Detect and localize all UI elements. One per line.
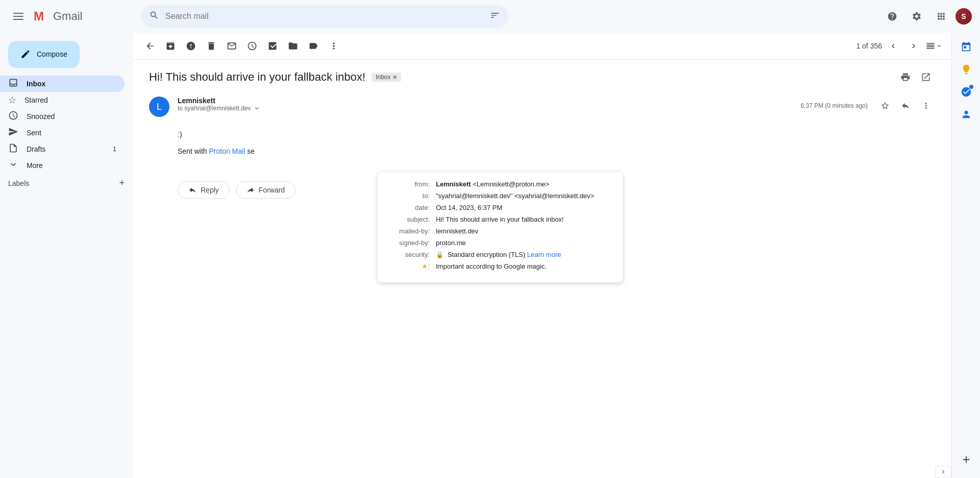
side-panel-add-button[interactable] — [956, 449, 976, 470]
email-view-panel: 1 of 356 — [133, 33, 951, 478]
subject-actions — [896, 68, 935, 86]
email-details-popup: from: Lemniskett <Lemniskett@proton.me> … — [378, 172, 623, 282]
email-timestamp: 6:37 PM (0 minutes ago) — [801, 97, 935, 115]
svg-rect-0 — [13, 13, 23, 14]
task-button[interactable] — [263, 37, 282, 55]
sender-avatar: L — [149, 97, 169, 117]
to-value: "syahrial@lemniskett.dev" <syahrial@lemn… — [436, 192, 594, 200]
search-bar — [141, 5, 508, 28]
subject-value: Hi! This should arrive in your fallback … — [436, 216, 564, 223]
star-icon: ☆ — [8, 94, 16, 106]
side-panel-contacts-icon[interactable] — [956, 104, 976, 125]
search-icon — [149, 10, 159, 22]
svg-rect-1 — [13, 16, 23, 17]
star-email-button[interactable] — [876, 97, 894, 115]
sent-icon — [8, 127, 18, 139]
delete-button[interactable] — [202, 37, 220, 55]
print-button[interactable] — [896, 68, 915, 86]
sidebar-item-snoozed[interactable]: Snoozed — [0, 108, 125, 125]
pagination: 1 of 356 — [856, 37, 943, 55]
detail-date-row: date: Oct 14, 2023, 6:37 PM — [390, 204, 610, 211]
back-button[interactable] — [141, 37, 159, 55]
learn-more-link[interactable]: Learn more — [527, 251, 561, 258]
email-action-icons — [876, 97, 935, 115]
sidebar-item-more[interactable]: More — [0, 157, 125, 174]
detail-security-row: security: 🔒 Standard encryption (TLS) Le… — [390, 251, 610, 258]
label-button[interactable] — [304, 37, 323, 55]
proton-mail-link[interactable]: Proton Mail — [209, 147, 245, 155]
more-email-actions-button[interactable] — [917, 97, 935, 115]
move-to-button[interactable] — [284, 37, 302, 55]
drafts-icon — [8, 143, 18, 156]
detail-mailed-by-row: mailed-by: lemniskett.dev — [390, 227, 610, 235]
mark-unread-button[interactable] — [223, 37, 241, 55]
labels-section: Labels + — [0, 174, 133, 193]
inbox-badge[interactable]: Inbox ✕ — [372, 73, 401, 82]
reply-button[interactable]: Reply — [178, 181, 230, 199]
gmail-logo: M Gmail — [33, 9, 82, 23]
email-subject: Hi! This should arrive in your fallback … — [149, 70, 365, 84]
email-toolbar: 1 of 356 — [133, 33, 951, 60]
tasks-badge — [969, 85, 973, 89]
search-options-icon[interactable] — [490, 10, 500, 22]
security-value: 🔒 Standard encryption (TLS) Learn more — [436, 251, 561, 258]
help-icon[interactable] — [882, 6, 902, 27]
snoozed-icon — [8, 110, 18, 123]
date-value: Oct 14, 2023, 6:37 PM — [436, 204, 502, 211]
sidebar-item-sent[interactable]: Sent — [0, 125, 125, 141]
hamburger-menu[interactable] — [8, 6, 29, 27]
mailed-by-value: lemniskett.dev — [436, 227, 478, 235]
important-value: Important according to Google magic. — [436, 262, 547, 270]
svg-text:M: M — [34, 9, 44, 23]
side-panel-calendar-icon[interactable] — [956, 37, 976, 57]
email-subject-row: Hi! This should arrive in your fallback … — [149, 68, 935, 86]
sender-to[interactable]: to syahrial@lemniskett.dev — [178, 105, 801, 112]
archive-button[interactable] — [161, 37, 180, 55]
report-spam-button[interactable] — [182, 37, 200, 55]
sidebar: Compose Inbox ☆ Starred Snoozed — [0, 33, 133, 478]
settings-icon[interactable] — [906, 6, 927, 27]
add-label-button[interactable]: + — [119, 178, 125, 188]
side-panel-keep-icon[interactable] — [956, 59, 976, 80]
sidebar-item-inbox[interactable]: Inbox — [0, 76, 125, 92]
detail-from-row: from: Lemniskett <Lemniskett@proton.me> — [390, 180, 610, 188]
email-body: :) Sent with Proton Mail se — [149, 125, 935, 169]
gmail-label: Gmail — [53, 10, 82, 23]
next-email-button[interactable] — [904, 37, 923, 55]
detail-to-row: to: "syahrial@lemniskett.dev" <syahrial@… — [390, 192, 610, 200]
email-meta-row: L Lemniskett to syahrial@lemniskett.dev … — [149, 97, 935, 117]
sidebar-item-drafts[interactable]: Drafts 1 — [0, 141, 125, 157]
forward-button[interactable]: Forward — [236, 181, 296, 199]
from-value: Lemniskett <Lemniskett@proton.me> — [436, 180, 549, 188]
remove-label-icon[interactable]: ✕ — [393, 74, 397, 81]
sender-name: Lemniskett — [178, 97, 801, 105]
user-avatar[interactable]: S — [955, 8, 972, 25]
prev-email-button[interactable] — [884, 37, 902, 55]
more-chevron-icon — [8, 159, 18, 172]
reply-email-button[interactable] — [896, 97, 915, 115]
view-toggle-button[interactable] — [925, 37, 943, 55]
apps-icon[interactable] — [931, 6, 951, 27]
importance-icon: ★ — [422, 262, 428, 270]
detail-signed-by-row: signed-by: proton.me — [390, 239, 610, 247]
expand-sidebar-button[interactable] — [935, 466, 951, 478]
signed-by-value: proton.me — [436, 239, 466, 247]
sidebar-item-starred[interactable]: ☆ Starred — [0, 92, 125, 108]
open-in-new-button[interactable] — [917, 68, 935, 86]
search-input[interactable] — [165, 12, 484, 21]
lock-icon: 🔒 — [436, 251, 444, 258]
sender-info: Lemniskett to syahrial@lemniskett.dev — [178, 97, 801, 112]
detail-subject-row: subject: Hi! This should arrive in your … — [390, 216, 610, 223]
side-panel-tasks-icon[interactable] — [956, 82, 976, 102]
side-panel — [951, 33, 980, 478]
email-content: Hi! This should arrive in your fallback … — [133, 60, 951, 478]
compose-button[interactable]: Compose — [8, 41, 80, 67]
snooze-button[interactable] — [243, 37, 261, 55]
more-actions-button[interactable] — [325, 37, 343, 55]
svg-rect-2 — [13, 19, 23, 20]
inbox-icon — [8, 78, 18, 90]
detail-important-row: ★: Important according to Google magic. — [390, 262, 610, 270]
